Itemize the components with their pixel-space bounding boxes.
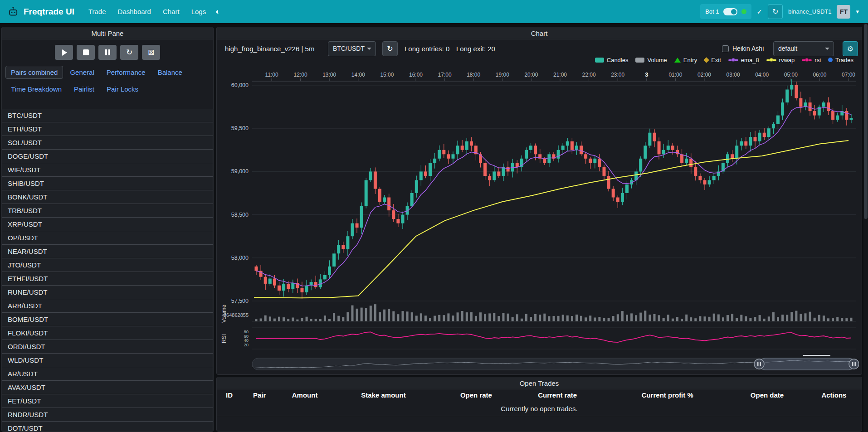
- legend-item-rvwap[interactable]: rvwap: [766, 57, 795, 63]
- pair-list-item[interactable]: ORDI/USDT: [2, 340, 213, 354]
- svg-text:05:00: 05:00: [784, 72, 798, 78]
- svg-text:03:00: 03:00: [727, 72, 740, 78]
- play-button[interactable]: [55, 45, 73, 60]
- range-navigator[interactable]: [252, 355, 859, 370]
- nav-link-trade[interactable]: Trade: [83, 8, 112, 15]
- pair-list-item[interactable]: AR/USDT: [2, 367, 213, 381]
- chart-legend: CandlesVolumeEntryExitema_8rvwaprsiTrade…: [595, 55, 853, 64]
- pair-list-item[interactable]: AVAX/USDT: [2, 380, 213, 394]
- svg-text:18:00: 18:00: [467, 72, 480, 78]
- svg-text:60,000: 60,000: [231, 82, 249, 88]
- legend-item-rsi[interactable]: rsi: [802, 57, 821, 63]
- pair-list: BTC/USDTETH/USDTSOL/USDTDOGE/USDTWIF/USD…: [2, 109, 213, 432]
- page-scrollbar[interactable]: [863, 23, 868, 432]
- scrollbar-thumb[interactable]: [864, 24, 868, 219]
- pair-list-item[interactable]: WIF/USDT: [2, 163, 213, 177]
- pair-list-item[interactable]: SOL/USDT: [2, 136, 213, 150]
- global-refresh-button[interactable]: ↻: [768, 4, 783, 19]
- tab-performance[interactable]: Performance: [101, 66, 151, 79]
- legend-label: Volume: [647, 57, 667, 63]
- tab-time-breakdown[interactable]: Time Breakdown: [5, 83, 67, 96]
- legend-label: rsi: [814, 57, 821, 63]
- pair-list-item[interactable]: RUNE/USDT: [2, 285, 213, 299]
- chart-header: Chart: [217, 27, 862, 39]
- tab-pairlist[interactable]: Pairlist: [68, 83, 100, 96]
- exchange-label: binance_USDT1: [788, 8, 831, 15]
- clear-chart-button[interactable]: ⊠: [142, 45, 160, 60]
- rsi-pane: RSI80604020: [221, 328, 856, 349]
- column-header-id: ID: [226, 391, 253, 401]
- legend-item-trades[interactable]: Trades: [828, 57, 853, 63]
- pair-list-item[interactable]: DOGE/USDT: [2, 149, 213, 163]
- tab-balance[interactable]: Balance: [152, 66, 188, 79]
- nav-link-chart[interactable]: Chart: [157, 8, 185, 15]
- price-chart-svg[interactable]: 60,00059,50059,00058,50058,00057,50011:0…: [219, 67, 859, 375]
- strategy-label: high_frog_binance_v226 | 5m: [225, 40, 314, 57]
- pair-list-item[interactable]: XRP/USDT: [2, 217, 213, 231]
- pair-list-item[interactable]: TRB/USDT: [2, 204, 213, 218]
- rvwap-line: [254, 141, 848, 298]
- navigator-right-handle[interactable]: [849, 359, 859, 369]
- tab-pairs-combined[interactable]: Pairs combined: [5, 66, 63, 79]
- volume-pane: 264862855Volume: [221, 304, 856, 323]
- theme-toggle-icon[interactable]: ◐: [215, 7, 220, 16]
- open-trades-empty-message: Currently no open trades.: [217, 401, 862, 416]
- svg-text:15:00: 15:00: [380, 72, 394, 78]
- svg-text:19:00: 19:00: [496, 72, 509, 78]
- chevron-down-icon[interactable]: ▾: [856, 8, 859, 15]
- legend-item-volume[interactable]: Volume: [635, 57, 667, 63]
- reload-button[interactable]: ↻: [120, 45, 138, 60]
- svg-text:01:00: 01:00: [668, 72, 682, 78]
- legend-swatch-trades-icon: [828, 58, 833, 62]
- pair-list-item[interactable]: NEAR/USDT: [2, 244, 213, 258]
- legend-swatch-exit-icon: [703, 57, 709, 63]
- svg-text:20:00: 20:00: [524, 72, 538, 78]
- tab-pair-locks[interactable]: Pair Locks: [101, 83, 144, 96]
- pair-list-item[interactable]: JTO/USDT: [2, 258, 213, 272]
- toggle-knob: [731, 9, 736, 15]
- pair-list-item[interactable]: BONK/USDT: [2, 190, 213, 204]
- bot-toggle[interactable]: [723, 8, 737, 15]
- heikin-ashi-checkbox[interactable]: [722, 45, 729, 52]
- navigator-left-handle[interactable]: [754, 359, 764, 369]
- legend-swatch-entry-icon: [674, 58, 681, 63]
- pair-list-item[interactable]: BOME/USDT: [2, 312, 213, 326]
- pair-list-item[interactable]: OP/USDT: [2, 231, 213, 245]
- svg-text:59,000: 59,000: [231, 168, 249, 175]
- chart-refresh-button[interactable]: ↻: [382, 41, 398, 56]
- svg-text:02:00: 02:00: [697, 72, 711, 78]
- pair-list-item[interactable]: BTC/USDT: [2, 109, 213, 122]
- pair-list-item[interactable]: ETH/USDT: [2, 122, 213, 136]
- legend-item-candles[interactable]: Candles: [595, 57, 629, 63]
- pair-list-item[interactable]: SHIB/USDT: [2, 176, 213, 190]
- svg-text:59,500: 59,500: [231, 125, 249, 131]
- plot-config-select[interactable]: default: [773, 41, 834, 56]
- bot-online-dot: [741, 9, 746, 14]
- pair-list-item[interactable]: WLD/USDT: [2, 353, 213, 367]
- pause-button[interactable]: [98, 45, 117, 60]
- pair-list-item[interactable]: FLOKI/USDT: [2, 326, 213, 340]
- nav-link-dashboard[interactable]: Dashboard: [112, 8, 157, 15]
- tab-general[interactable]: General: [64, 66, 99, 79]
- nav-link-logs[interactable]: Logs: [185, 8, 212, 15]
- svg-text:RSI: RSI: [221, 334, 227, 343]
- legend-item-ema-8[interactable]: ema_8: [728, 57, 759, 63]
- multi-pane-tabs: Pairs combinedGeneralPerformanceBalanceT…: [5, 66, 210, 96]
- pair-list-item[interactable]: ARB/USDT: [2, 299, 213, 313]
- pair-list-item[interactable]: ETHFI/USDT: [2, 272, 213, 286]
- pair-list-item[interactable]: DOT/USDT: [2, 421, 213, 432]
- svg-text:23:00: 23:00: [611, 72, 624, 78]
- svg-text:Volume: Volume: [221, 305, 227, 323]
- legend-item-entry[interactable]: Entry: [674, 57, 697, 63]
- svg-text:04:00: 04:00: [755, 72, 769, 78]
- navbar-right: Bot 1 ✓ ↻ binance_USDT1 FT ▾: [700, 4, 861, 19]
- bot-selector[interactable]: Bot 1: [700, 4, 751, 19]
- legend-item-exit[interactable]: Exit: [704, 57, 721, 63]
- pair-select[interactable]: BTC/USDT: [328, 41, 376, 56]
- stop-button[interactable]: [77, 45, 95, 60]
- avatar[interactable]: FT: [837, 5, 850, 19]
- plot-settings-button[interactable]: ⚙: [843, 41, 858, 56]
- pair-list-item[interactable]: RNDR/USDT: [2, 408, 213, 422]
- pair-list-item[interactable]: FET/USDT: [2, 394, 213, 408]
- svg-text:58,000: 58,000: [231, 255, 249, 261]
